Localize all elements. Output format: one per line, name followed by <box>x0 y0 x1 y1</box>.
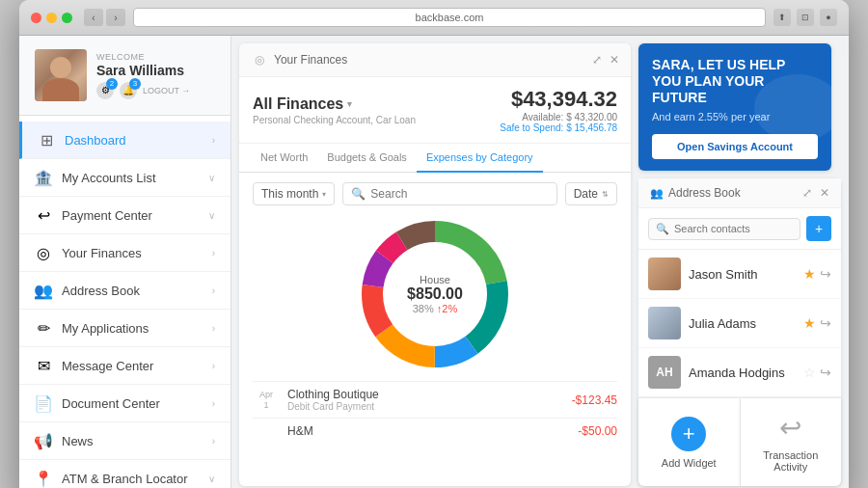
chevron-right-icon: › <box>212 135 215 146</box>
filter-row: This month ▾ 🔍 Date ⇅ <box>253 182 617 205</box>
transaction-name: Clothing Boutique <box>287 388 564 401</box>
search-box[interactable]: 🔍 <box>342 182 556 205</box>
sidebar-item-accounts[interactable]: 🏦 My Accounts List ∨ <box>19 159 231 197</box>
finances-icon: ◎ <box>35 244 52 261</box>
sidebar-item-news-label: News <box>62 434 212 448</box>
transaction-info-2: H&M <box>287 424 570 438</box>
forward-icon-jason[interactable]: ↪ <box>820 266 831 282</box>
news-icon: 📢 <box>35 432 52 449</box>
contact-avatar-jason <box>648 258 681 290</box>
app-content: WELCOME Sara Williams ⚙ 2 🔔 3 LOGOUT → <box>19 36 849 488</box>
sidebar-item-dashboard-label: Dashboard <box>65 133 212 148</box>
tab-net-worth[interactable]: Net Worth <box>251 144 317 173</box>
sidebar-item-dashboard[interactable]: ⊞ Dashboard › <box>19 122 231 159</box>
chevron-down-icon: ∨ <box>208 173 215 183</box>
add-widget-icon: + <box>671 417 706 451</box>
welcome-label: WELCOME <box>96 52 215 62</box>
star-icon-jason[interactable]: ★ <box>803 266 816 282</box>
sidebar-item-messages[interactable]: ✉ Message Center › <box>19 347 231 385</box>
sidebar-item-address-book[interactable]: 👥 Address Book › <box>19 272 231 310</box>
search-input[interactable] <box>370 187 548 201</box>
traffic-lights <box>31 13 72 23</box>
contact-avatar-image-julia <box>648 307 681 339</box>
finances-widget-header: ◎ Your Finances ⤢ ✕ <box>239 43 631 77</box>
sidebar-item-finances-label: Your Finances <box>62 246 212 260</box>
widget-close-button[interactable]: ✕ <box>610 53 619 67</box>
address-search-row: 🔍 + <box>638 208 841 250</box>
star-icon-amanda[interactable]: ☆ <box>803 365 816 380</box>
top-row: ◎ Your Finances ⤢ ✕ All Finances ▾ <box>239 43 841 486</box>
open-savings-button[interactable]: Open Savings Account <box>652 134 818 159</box>
main-content: ◎ Your Finances ⤢ ✕ All Finances ▾ <box>231 36 849 488</box>
add-widget-button[interactable]: + Add Widget <box>638 398 740 486</box>
search-icon: 🔍 <box>351 187 366 201</box>
all-finances-label: All Finances ▾ <box>253 95 416 113</box>
close-button[interactable] <box>31 13 41 23</box>
address-widget-close-button[interactable]: ✕ <box>820 186 829 200</box>
finances-summary: All Finances ▾ Personal Checking Account… <box>239 77 631 144</box>
avatar <box>35 49 87 101</box>
tab-expenses-category[interactable]: Expenses by Category <box>417 144 543 173</box>
widget-resize-button[interactable]: ⤢ <box>592 53 602 67</box>
address-book-actions: + Add Widget ↩ Transaction Activity <box>638 397 841 486</box>
dashboard-icon: ⊞ <box>38 131 55 149</box>
star-icon-julia[interactable]: ★ <box>803 315 816 331</box>
sidebar-item-payment[interactable]: ↩ Payment Center ∨ <box>19 197 231 234</box>
back-button[interactable]: ‹ <box>84 9 103 26</box>
available-line: Available: $ 43,320.00 <box>500 112 617 122</box>
sidebar: WELCOME Sara Williams ⚙ 2 🔔 3 LOGOUT → <box>19 36 231 488</box>
add-contact-button[interactable]: + <box>806 216 831 241</box>
share-button[interactable]: ⬆ <box>773 9 791 26</box>
chevron-down-icon-3: ∨ <box>208 474 215 484</box>
transaction-activity-icon: ↩ <box>779 412 801 444</box>
user-profile: WELCOME Sara Williams ⚙ 2 🔔 3 LOGOUT → <box>19 36 231 116</box>
user-name: Sara Williams <box>96 63 215 78</box>
forward-icon-amanda[interactable]: ↪ <box>820 365 831 380</box>
minimize-button[interactable] <box>46 13 57 23</box>
finances-widget-icon: ◎ <box>251 51 268 68</box>
address-book-controls: ⤢ ✕ <box>802 186 829 200</box>
sidebar-item-documents[interactable]: 📄 Document Center › <box>19 385 231 422</box>
month-select[interactable]: This month ▾ <box>253 182 335 205</box>
all-finances-dropdown[interactable]: ▾ <box>347 99 352 109</box>
donut-chart: House $850.00 38% ↑2% <box>358 217 512 371</box>
chevron-right-icon-3: › <box>212 285 215 296</box>
sidebar-item-news[interactable]: 📢 News › <box>19 422 231 460</box>
user-info: WELCOME Sara Williams ⚙ 2 🔔 3 LOGOUT → <box>96 52 215 99</box>
sidebar-item-applications[interactable]: ✏ My Applications › <box>19 310 231 347</box>
reading-view-button[interactable]: ⊡ <box>797 9 814 26</box>
avatar-image <box>35 49 87 101</box>
address-widget-resize-button[interactable]: ⤢ <box>802 186 812 200</box>
contact-item-julia[interactable]: Julia Adams ★ ↪ <box>638 299 841 348</box>
transaction-activity-button[interactable]: ↩ Transaction Activity <box>741 398 842 486</box>
logout-button[interactable]: LOGOUT → <box>143 86 190 95</box>
atm-icon: 📍 <box>35 470 52 487</box>
address-bar[interactable]: backbase.com <box>133 8 766 27</box>
maximize-button[interactable] <box>62 13 72 23</box>
contact-item-amanda[interactable]: AH Amanda Hodgins ☆ ↪ <box>638 348 841 397</box>
finances-right: $43,394.32 Available: $ 43,320.00 Safe t… <box>500 87 617 133</box>
date-select[interactable]: Date ⇅ <box>565 182 617 205</box>
forward-icon-julia[interactable]: ↪ <box>820 315 831 331</box>
sidebar-item-finances[interactable]: ◎ Your Finances › <box>19 234 231 272</box>
donut-center-label: House <box>407 274 463 285</box>
forward-button[interactable]: › <box>106 9 125 26</box>
account-button[interactable]: ● <box>820 9 837 26</box>
search-contacts-input[interactable] <box>674 223 793 234</box>
tab-budgets-goals[interactable]: Budgets & Goals <box>317 144 417 173</box>
account-names: Personal Checking Account, Car Loan <box>253 115 416 125</box>
notifications-icon[interactable]: 🔔 3 <box>120 82 137 99</box>
promo-widget: SARA, LET US HELP YOU PLAN YOUR FUTURE A… <box>638 43 831 171</box>
chevron-right-icon-4: › <box>212 323 215 334</box>
chevron-right-icon-7: › <box>212 436 215 447</box>
contact-item-jason[interactable]: Jason Smith ★ ↪ <box>638 250 841 299</box>
sidebar-item-atm[interactable]: 📍 ATM & Branch Locator ∨ <box>19 460 231 488</box>
safe-line: Safe to Spend: $ 15,456.78 <box>500 122 617 133</box>
settings-icon[interactable]: ⚙ 2 <box>96 82 114 99</box>
browser-window: ‹ › backbase.com ⬆ ⊡ ● WELCOME Sara Will… <box>19 0 849 488</box>
contact-avatar-initials-amanda: AH <box>648 356 681 389</box>
finances-widget: ◎ Your Finances ⤢ ✕ All Finances ▾ <box>239 43 631 486</box>
transaction-name-2: H&M <box>287 424 570 438</box>
contact-name-jason: Jason Smith <box>689 267 796 282</box>
contact-search-box[interactable]: 🔍 <box>648 218 800 240</box>
